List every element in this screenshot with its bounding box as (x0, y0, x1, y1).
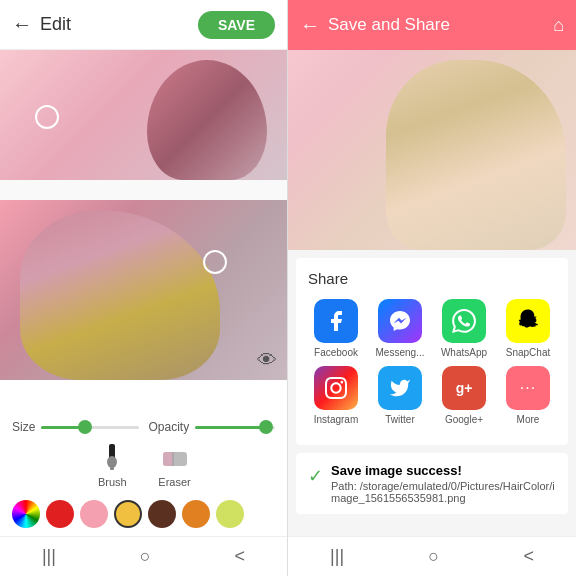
hair-bottom-silhouette (20, 210, 220, 380)
success-banner: ✓ Save image success! Path: /storage/emu… (296, 453, 568, 514)
svg-rect-4 (163, 452, 173, 466)
svg-rect-2 (110, 466, 114, 470)
preview-hair (386, 60, 566, 250)
facebook-icon (314, 299, 358, 343)
right-header-left: ← Save and Share (300, 14, 450, 37)
share-grid: Facebook Messeng... WhatsApp SnapChat (308, 299, 556, 425)
opacity-label: Opacity (149, 420, 190, 434)
tools-area: Size Opacity Brush (0, 412, 287, 536)
check-icon: ✓ (308, 465, 323, 487)
edit-title: Edit (40, 14, 71, 35)
left-panel: ← Edit SAVE 👁 Size Opaci (0, 0, 288, 576)
googleplus-label: Google+ (445, 414, 483, 425)
googleplus-icon: g+ (442, 366, 486, 410)
nav-back-right[interactable]: < (507, 542, 550, 571)
gap-area (0, 180, 287, 200)
share-instagram[interactable]: Instagram (308, 366, 364, 425)
twitter-icon (378, 366, 422, 410)
share-googleplus[interactable]: g+ Google+ (436, 366, 492, 425)
opacity-slider-group: Opacity (149, 420, 276, 434)
share-more[interactable]: ··· More (500, 366, 556, 425)
eye-icon[interactable]: 👁 (257, 349, 277, 371)
share-title: Share (308, 270, 556, 287)
snapchat-label: SnapChat (506, 347, 550, 358)
yellow-green-color-swatch[interactable] (216, 500, 244, 528)
brown-color-swatch[interactable] (148, 500, 176, 528)
share-snapchat[interactable]: SnapChat (500, 299, 556, 358)
right-panel: ← Save and Share ⌂ Share Facebook Messen… (288, 0, 576, 576)
eraser-icon (159, 442, 191, 474)
whatsapp-icon (442, 299, 486, 343)
whatsapp-label: WhatsApp (441, 347, 487, 358)
nav-back-left[interactable]: < (219, 542, 262, 571)
messenger-icon (378, 299, 422, 343)
size-slider-thumb[interactable] (78, 420, 92, 434)
image-bottom: 👁 (0, 200, 287, 380)
left-header: ← Edit SAVE (0, 0, 287, 50)
hair-top-silhouette (147, 60, 267, 180)
brush-icon (96, 442, 128, 474)
success-path: Path: /storage/emulated/0/Pictures/HairC… (331, 480, 556, 504)
red-color-swatch[interactable] (46, 500, 74, 528)
share-messenger[interactable]: Messeng... (372, 299, 428, 358)
more-icon: ··· (506, 366, 550, 410)
eye-icon-area: 👁 (257, 349, 277, 372)
share-facebook[interactable]: Facebook (308, 299, 364, 358)
nav-home-right[interactable]: ○ (412, 542, 455, 571)
left-header-left: ← Edit (12, 13, 71, 36)
image-top (0, 50, 287, 180)
size-slider-group: Size (12, 420, 139, 434)
messenger-label: Messeng... (376, 347, 425, 358)
twitter-label: Twitter (385, 414, 414, 425)
share-section: Share Facebook Messeng... WhatsApp (296, 258, 568, 445)
save-button[interactable]: SAVE (198, 11, 275, 39)
right-bottom-nav: ||| ○ < (288, 536, 576, 576)
brush-tool[interactable]: Brush (96, 442, 128, 488)
nav-menu-right[interactable]: ||| (314, 542, 360, 571)
brush-cursor-bottom (203, 250, 227, 274)
canvas-area: 👁 (0, 50, 287, 412)
sliders-row: Size Opacity (12, 420, 275, 434)
home-icon[interactable]: ⌂ (553, 15, 564, 36)
nav-menu-left[interactable]: ||| (26, 542, 72, 571)
left-bottom-nav: ||| ○ < (0, 536, 287, 576)
success-title: Save image success! (331, 463, 556, 478)
opacity-slider-track[interactable] (195, 426, 275, 429)
colors-row (12, 496, 275, 532)
instagram-icon (314, 366, 358, 410)
eraser-tool[interactable]: Eraser (158, 442, 190, 488)
opacity-slider-thumb[interactable] (259, 420, 273, 434)
nav-home-left[interactable]: ○ (124, 542, 167, 571)
eraser-label: Eraser (158, 476, 190, 488)
more-label: More (517, 414, 540, 425)
size-slider-track[interactable] (41, 426, 138, 429)
orange-color-swatch[interactable] (182, 500, 210, 528)
preview-image (288, 50, 576, 250)
success-content: Save image success! Path: /storage/emula… (331, 463, 556, 504)
right-header: ← Save and Share ⌂ (288, 0, 576, 50)
snapchat-icon (506, 299, 550, 343)
pink-color-swatch[interactable] (80, 500, 108, 528)
brush-eraser-row: Brush Eraser (12, 442, 275, 488)
selected-color-swatch[interactable] (114, 500, 142, 528)
share-twitter[interactable]: Twitter (372, 366, 428, 425)
brush-label: Brush (98, 476, 127, 488)
brush-cursor-top (35, 105, 59, 129)
right-title: Save and Share (328, 15, 450, 35)
back-arrow-icon[interactable]: ← (12, 13, 32, 36)
right-back-arrow-icon[interactable]: ← (300, 14, 320, 37)
rainbow-color-swatch[interactable] (12, 500, 40, 528)
share-whatsapp[interactable]: WhatsApp (436, 299, 492, 358)
facebook-label: Facebook (314, 347, 358, 358)
size-label: Size (12, 420, 35, 434)
instagram-label: Instagram (314, 414, 358, 425)
